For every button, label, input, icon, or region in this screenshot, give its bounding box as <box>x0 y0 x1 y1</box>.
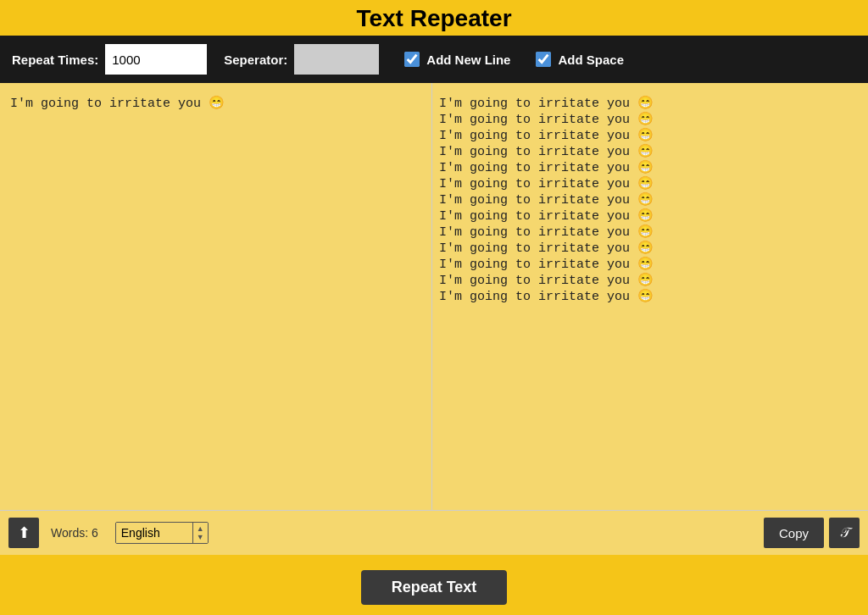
separator-input[interactable] <box>294 44 379 75</box>
add-new-line-checkbox[interactable] <box>404 52 420 67</box>
repeat-times-group: Repeat Times: <box>12 44 207 75</box>
language-select-arrows: ▲▼ <box>192 523 208 543</box>
upload-button[interactable]: ⬆ <box>8 518 39 548</box>
output-textarea[interactable] <box>432 83 868 510</box>
page-title: Text Repeater <box>0 5 868 32</box>
separator-label: Seperator: <box>224 53 287 67</box>
repeat-times-input[interactable] <box>105 44 207 75</box>
content-area: I'm going to irritate you 😁 ⬆ Words: 6 E… <box>0 83 868 555</box>
title-bar: Text Repeater <box>0 0 868 36</box>
language-select-wrapper[interactable]: English Spanish French German ▲▼ <box>115 522 209 544</box>
add-space-group: Add Space <box>536 52 624 67</box>
right-buttons: Copy 𝒯 <box>764 518 860 548</box>
output-panel <box>432 83 868 510</box>
copy-button[interactable]: Copy <box>764 518 824 548</box>
word-count: Words: 6 <box>51 526 98 540</box>
add-new-line-group: Add New Line <box>404 52 510 67</box>
add-space-checkbox[interactable] <box>536 52 551 67</box>
input-panel: I'm going to irritate you 😁 <box>0 83 432 510</box>
separator-group: Seperator: <box>224 44 379 75</box>
repeat-times-label: Repeat Times: <box>12 53 98 67</box>
format-button[interactable]: 𝒯 <box>829 518 860 548</box>
input-textarea[interactable]: I'm going to irritate you 😁 <box>10 95 421 468</box>
add-space-label: Add Space <box>558 53 624 67</box>
add-new-line-label: Add New Line <box>426 53 510 67</box>
text-panels: I'm going to irritate you 😁 <box>0 83 868 510</box>
bottom-bar: ⬆ Words: 6 English Spanish French German… <box>0 510 868 555</box>
footer-area: Repeat Text <box>0 555 868 615</box>
language-select[interactable]: English Spanish French German <box>116 523 192 543</box>
toolbar: Repeat Times: Seperator: Add New Line Ad… <box>0 36 868 83</box>
repeat-text-button[interactable]: Repeat Text <box>361 570 508 605</box>
